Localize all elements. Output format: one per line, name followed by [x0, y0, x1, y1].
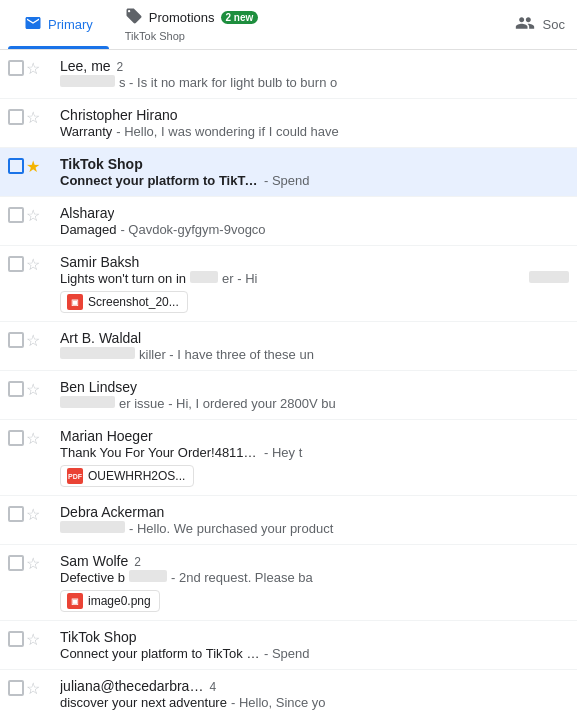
tab-primary[interactable]: Primary [8, 0, 109, 49]
checkbox[interactable] [8, 109, 24, 125]
checkbox[interactable] [8, 430, 24, 446]
star-icon[interactable]: ☆ [26, 332, 44, 350]
row-content: Marian Hoeger Thank You For Your Order!4… [60, 428, 569, 487]
email-row[interactable]: ☆ Debra Ackerman - Hello. We purchased y… [0, 496, 577, 545]
email-row[interactable]: ☆ Sam Wolfe 2 Defective b - 2nd request.… [0, 545, 577, 621]
subject-redact [129, 570, 167, 582]
row-content: Ben Lindsey er issue - Hi, I ordered you… [60, 379, 569, 411]
checkbox[interactable] [8, 631, 24, 647]
tag-icon [125, 7, 143, 28]
checkbox[interactable] [8, 207, 24, 223]
pdf-attachment-icon: PDF [67, 468, 83, 484]
email-row[interactable]: ☆ Marian Hoeger Thank You For Your Order… [0, 420, 577, 496]
email-row[interactable]: ☆ Christopher Hirano Warranty - Hello, I… [0, 99, 577, 148]
snippet: - 2nd request. Please ba [171, 570, 569, 585]
attachment-pill[interactable]: PDF OUEWHRH2OS... [60, 465, 194, 487]
row-content: Samir Baksh Lights won't turn on in er -… [60, 254, 569, 313]
star-icon[interactable]: ☆ [26, 506, 44, 524]
star-icon[interactable]: ☆ [26, 381, 44, 399]
email-row[interactable]: ☆ Lee, me 2 s - Is it no mark for light … [0, 50, 577, 99]
subject: Lights won't turn on in [60, 271, 186, 286]
star-icon[interactable]: ☆ [26, 680, 44, 698]
row-content: TikTok Shop Connect your platform to Tik… [60, 629, 569, 661]
snippet-redact [529, 271, 569, 283]
attachment-pill[interactable]: ▣ Screenshot_20... [60, 291, 188, 313]
email-row[interactable]: ☆ Ben Lindsey er issue - Hi, I ordered y… [0, 371, 577, 420]
attachment-label: image0.png [88, 594, 151, 608]
star-icon[interactable]: ☆ [26, 256, 44, 274]
row-content: Art B. Waldal killer - I have three of t… [60, 330, 569, 362]
email-row[interactable]: ☆ TikTok Shop Connect your platform to T… [0, 621, 577, 670]
row-content: juliana@thecedarbra… 4 discover your nex… [60, 678, 569, 710]
subject: Defective b [60, 570, 125, 585]
msg-count: 4 [209, 680, 216, 694]
email-row[interactable]: ★ TikTok Shop Connect your platform to T… [0, 148, 577, 197]
row-controls: ☆ [8, 553, 60, 573]
star-icon[interactable]: ☆ [26, 109, 44, 127]
snippet: - Spend [264, 646, 569, 661]
checkbox[interactable] [8, 332, 24, 348]
row-content: Alsharay Damaged - Qavdok-gyfgym-9vogco [60, 205, 569, 237]
email-row[interactable]: ☆ juliana@thecedarbra… 4 discover your n… [0, 670, 577, 715]
msg-count: 2 [117, 60, 124, 74]
inbox-icon [24, 14, 42, 35]
image-attachment-icon: ▣ [67, 593, 83, 609]
email-row[interactable]: ☆ Samir Baksh Lights won't turn on in er… [0, 246, 577, 322]
checkbox[interactable] [8, 256, 24, 272]
subject: Damaged [60, 222, 116, 237]
row-controls: ★ [8, 156, 60, 176]
star-icon[interactable]: ☆ [26, 631, 44, 649]
attachment-row: ▣ Screenshot_20... [60, 291, 569, 313]
sender-name: Art B. Waldal [60, 330, 141, 346]
star-icon[interactable]: ★ [26, 158, 44, 176]
row-controls: ☆ [8, 254, 60, 274]
email-row[interactable]: ☆ Art B. Waldal killer - I have three of… [0, 322, 577, 371]
star-icon[interactable]: ☆ [26, 430, 44, 448]
snippet: - Qavdok-gyfgym-9vogco [120, 222, 569, 237]
attachment-label: Screenshot_20... [88, 295, 179, 309]
checkbox[interactable] [8, 680, 24, 696]
row-controls: ☆ [8, 678, 60, 698]
star-icon[interactable]: ☆ [26, 207, 44, 225]
sender-name: Debra Ackerman [60, 504, 164, 520]
sender-name: Lee, me [60, 58, 111, 74]
row-controls: ☆ [8, 504, 60, 524]
sender-name: Marian Hoeger [60, 428, 153, 444]
snippet: er - Hi [222, 271, 525, 286]
star-icon[interactable]: ☆ [26, 60, 44, 78]
tab-promotions[interactable]: Promotions 2 new TikTok Shop [109, 0, 275, 49]
snippet: - Hello, I was wondering if I could have [116, 124, 569, 139]
sender-name: Ben Lindsey [60, 379, 137, 395]
sender-name: TikTok Shop [60, 156, 143, 172]
row-content: TikTok Shop Connect your platform to Tik… [60, 156, 569, 188]
attachment-label: OUEWHRH2OS... [88, 469, 185, 483]
checkbox[interactable] [8, 158, 24, 174]
checkbox[interactable] [8, 381, 24, 397]
image-attachment-icon: ▣ [67, 294, 83, 310]
social-label[interactable]: Soc [543, 17, 565, 32]
snippet: killer - I have three of these un [139, 347, 569, 362]
subject: Warranty [60, 124, 112, 139]
checkbox[interactable] [8, 60, 24, 76]
tab-promotions-label: Promotions [149, 10, 215, 25]
subject-redact [60, 75, 115, 87]
row-content: Lee, me 2 s - Is it no mark for light bu… [60, 58, 569, 90]
row-controls: ☆ [8, 428, 60, 448]
people-icon[interactable] [515, 13, 535, 36]
email-row[interactable]: ☆ Alsharay Damaged - Qavdok-gyfgym-9vogc… [0, 197, 577, 246]
subject: Thank You For Your Order!48117708296 [60, 445, 260, 460]
row-controls: ☆ [8, 107, 60, 127]
checkbox[interactable] [8, 506, 24, 522]
row-controls: ☆ [8, 205, 60, 225]
attachment-pill[interactable]: ▣ image0.png [60, 590, 160, 612]
sender-name: Christopher Hirano [60, 107, 178, 123]
msg-count: 2 [134, 555, 141, 569]
row-controls: ☆ [8, 330, 60, 350]
star-icon[interactable]: ☆ [26, 555, 44, 573]
sender-name: Samir Baksh [60, 254, 139, 270]
checkbox[interactable] [8, 555, 24, 571]
subject: discover your next adventure [60, 695, 227, 710]
tab-primary-label: Primary [48, 17, 93, 32]
snippet: - Spend [264, 173, 569, 188]
subject: Connect your platform to TikTok Shop [60, 646, 260, 661]
